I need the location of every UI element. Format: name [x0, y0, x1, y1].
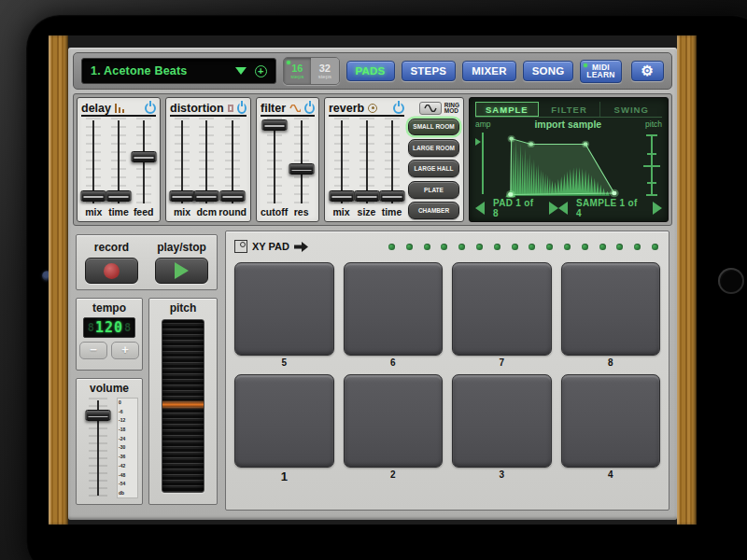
record-button[interactable] — [85, 258, 138, 284]
nav-midi-learn-button[interactable]: MIDI LEARN — [580, 60, 621, 83]
home-button[interactable] — [718, 268, 744, 294]
reverb-preset-small-room[interactable]: SMALL ROOM — [408, 119, 459, 136]
step-dot[interactable] — [388, 244, 395, 250]
drum-pad-8[interactable] — [561, 262, 661, 356]
amp-marker-icon[interactable] — [475, 138, 481, 146]
delay-time-slider[interactable] — [106, 118, 132, 206]
filter-res-label: res — [294, 206, 309, 219]
reverb-power-button[interactable] — [393, 103, 404, 114]
header-bar: 1. Acetone Beats + 16 steps 32 steps PAD… — [73, 52, 672, 90]
reverb-preset-chamber[interactable]: CHAMBER — [408, 202, 459, 219]
steps-16-button[interactable]: 16 steps — [284, 58, 311, 84]
drum-pad-7[interactable] — [452, 262, 552, 356]
step-dot[interactable] — [406, 244, 413, 250]
reverb-mix-slider[interactable] — [329, 118, 354, 206]
sample-next-icon[interactable] — [653, 202, 662, 215]
delay-feed-handle[interactable] — [131, 151, 156, 162]
reverb-preset-plate[interactable]: PLATE — [408, 181, 459, 199]
pad-number-6: 6 — [344, 356, 444, 369]
drum-pad-3[interactable] — [452, 374, 552, 468]
step-dot[interactable] — [476, 244, 483, 250]
active-dot-icon — [287, 61, 290, 64]
filter-res-slider[interactable] — [288, 118, 315, 206]
reverb-preset-large-hall[interactable]: LARGE HALL — [408, 160, 459, 177]
distortion-dcm-slider[interactable] — [194, 118, 218, 206]
add-preset-icon[interactable]: + — [255, 65, 267, 77]
distortion-mix-handle[interactable] — [170, 190, 195, 202]
delay-time-handle[interactable] — [106, 190, 132, 202]
pitch-range-slider[interactable] — [641, 131, 662, 198]
volume-handle[interactable] — [86, 410, 111, 421]
tab-sample[interactable]: SAMPLE — [475, 102, 539, 117]
steps-32-button[interactable]: 32 steps — [311, 58, 338, 84]
reverb-preset-large-room[interactable]: LARGE ROOM — [408, 139, 459, 157]
step-dot[interactable] — [441, 244, 447, 250]
ring-mod-button[interactable] — [419, 102, 442, 115]
play-stop-button[interactable] — [155, 258, 208, 284]
step-dot[interactable] — [494, 244, 500, 250]
tab-swing[interactable]: SWING — [600, 102, 662, 117]
step-dot[interactable] — [582, 244, 588, 250]
step-dot[interactable] — [652, 244, 658, 250]
amp-slider[interactable] — [475, 131, 490, 198]
step-dot[interactable] — [512, 244, 518, 250]
reverb-mix-handle[interactable] — [329, 190, 354, 202]
reverb-time-handle[interactable] — [379, 190, 404, 202]
distortion-dcm-handle[interactable] — [194, 190, 219, 202]
steps-toggle: 16 steps 32 steps — [283, 57, 340, 85]
pad-number-8: 8 — [561, 356, 661, 369]
record-icon — [104, 263, 120, 279]
nav-song-button[interactable]: SONG — [523, 61, 574, 81]
settings-button[interactable]: ⚙ — [631, 61, 664, 81]
reverb-size-handle[interactable] — [354, 190, 379, 202]
steps-16-sub: steps — [290, 74, 303, 79]
delay-power-button[interactable] — [145, 103, 156, 114]
filter-cutoff-slider[interactable] — [261, 118, 288, 206]
tempo-minus-button[interactable]: − — [79, 342, 107, 359]
step-dot[interactable] — [424, 244, 430, 250]
distortion-round-handle[interactable] — [220, 190, 246, 202]
filter-res-handle[interactable] — [289, 163, 314, 175]
nav-steps-button[interactable]: STEPS — [402, 61, 457, 81]
play-icon — [175, 262, 189, 279]
volume-slider[interactable] — [82, 398, 114, 498]
tempo-plus-button[interactable]: + — [111, 342, 139, 359]
preset-selector[interactable]: 1. Acetone Beats + — [81, 58, 276, 84]
drum-pad-5[interactable] — [234, 262, 334, 356]
step-dot[interactable] — [634, 244, 641, 250]
step-dot[interactable] — [564, 244, 571, 250]
waveform-view[interactable] — [490, 131, 641, 198]
pitch-wheel-indicator — [162, 400, 204, 409]
filter-cutoff-handle[interactable] — [261, 119, 287, 131]
step-dot[interactable] — [546, 244, 553, 250]
delay-mix-handle[interactable] — [81, 190, 106, 202]
preset-dropdown-icon[interactable] — [235, 67, 247, 75]
xy-pad-button[interactable]: XY PAD — [252, 241, 289, 252]
drum-pad-6[interactable] — [344, 262, 444, 356]
delay-mix-label: mix — [85, 206, 102, 219]
pitch-wheel[interactable] — [162, 319, 204, 493]
distortion-round-slider[interactable] — [218, 118, 247, 206]
nav-mixer-button[interactable]: MIXER — [462, 61, 515, 81]
sample-prev-icon[interactable] — [558, 202, 568, 215]
step-dot[interactable] — [616, 244, 623, 250]
step-dot[interactable] — [458, 244, 465, 250]
nav-pads-button[interactable]: PADS — [346, 61, 395, 81]
step-dot[interactable] — [529, 244, 535, 250]
distortion-power-button[interactable] — [237, 103, 247, 114]
delay-feed-slider[interactable] — [131, 118, 156, 206]
midi-learn-line2: LEARN — [586, 71, 614, 79]
pad-next-icon[interactable] — [549, 202, 558, 215]
step-dot[interactable] — [599, 244, 606, 250]
filter-power-button[interactable] — [304, 103, 315, 114]
pad-prev-icon[interactable] — [475, 202, 485, 215]
delay-mix-slider[interactable] — [81, 118, 106, 206]
reverb-size-slider[interactable] — [354, 118, 379, 206]
drum-pad-4[interactable] — [561, 374, 661, 468]
reverb-time-slider[interactable] — [379, 118, 404, 206]
drum-pad-1[interactable] — [234, 374, 334, 468]
import-sample-button[interactable]: import sample — [491, 119, 645, 130]
tab-filter[interactable]: FILTER — [539, 102, 601, 117]
distortion-mix-slider[interactable] — [170, 118, 194, 206]
drum-pad-2[interactable] — [344, 374, 444, 468]
